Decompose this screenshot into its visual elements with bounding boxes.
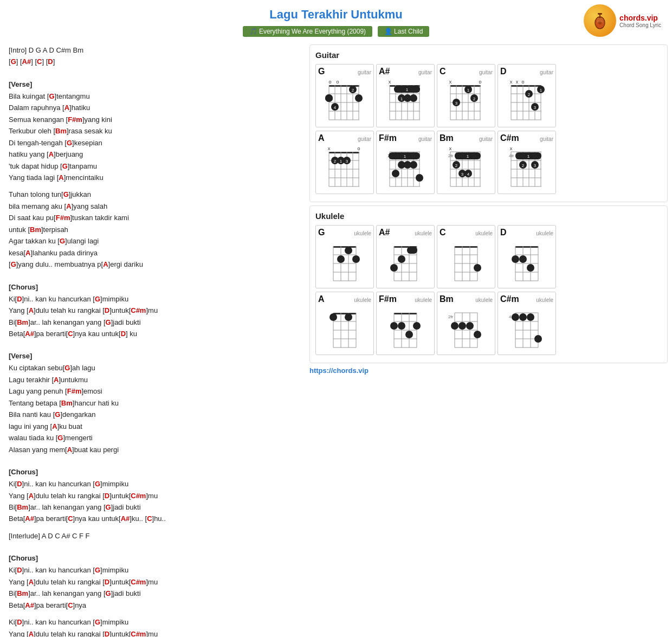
- D-link3[interactable]: D: [121, 330, 126, 338]
- G-link9[interactable]: G: [64, 364, 70, 372]
- C-link4[interactable]: C: [68, 601, 73, 609]
- A-link10[interactable]: A: [67, 446, 72, 454]
- svg-point-229: [390, 322, 398, 330]
- D-link2[interactable]: D: [105, 306, 109, 314]
- G-link10[interactable]: G: [55, 410, 60, 419]
- D-link[interactable]: D: [17, 295, 22, 303]
- lyrics-column: [Intro] D G A D C#m Bm [G] [A#] [C] [D] …: [4, 44, 305, 637]
- A-link13[interactable]: A: [29, 630, 34, 637]
- guitar-chord-F#m: F#m guitar 2fr: [376, 131, 435, 194]
- album-badge[interactable]: 🎵 Everything We Are Everything (2009): [243, 26, 373, 37]
- A-link7[interactable]: A: [29, 306, 34, 314]
- A#-link4[interactable]: A#: [25, 601, 34, 609]
- chord-type-A#: guitar: [418, 69, 432, 75]
- C-link[interactable]: C: [68, 330, 73, 338]
- svg-point-243: [451, 322, 458, 330]
- F#m-link2[interactable]: F#m: [56, 214, 70, 222]
- A-link[interactable]: A: [64, 104, 69, 112]
- ukulele-row-2: A ukulele: [315, 292, 662, 355]
- svg-text:1: 1: [527, 154, 530, 159]
- chord-C-link[interactable]: C: [37, 57, 42, 66]
- G-link15[interactable]: G: [106, 589, 111, 597]
- A-link3[interactable]: A: [59, 173, 63, 182]
- svg-point-24: [355, 94, 363, 102]
- chord-name-G: G: [318, 67, 325, 76]
- G-link3[interactable]: G: [62, 162, 68, 170]
- chord-type-C-u: ukulele: [475, 230, 493, 236]
- Bm-link2[interactable]: Bm: [30, 226, 41, 234]
- chord-A#-link[interactable]: A#: [22, 57, 31, 66]
- C-link2[interactable]: C: [68, 514, 73, 523]
- svg-point-246: [474, 331, 481, 338]
- logo-brand: chords.vip: [619, 14, 661, 22]
- ukulele-chord-C: C ukulele: [437, 225, 495, 288]
- G-link12[interactable]: G: [95, 480, 100, 488]
- A#-link2[interactable]: A#: [25, 514, 34, 523]
- artist-badge[interactable]: 👤 Last Child: [378, 26, 430, 37]
- chord-type-G: guitar: [358, 69, 371, 75]
- G-link13[interactable]: G: [106, 503, 111, 511]
- G-link14[interactable]: G: [95, 566, 100, 574]
- chord-name-Bm-u: Bm: [440, 294, 454, 304]
- D-link7[interactable]: D: [105, 578, 109, 586]
- A-link9[interactable]: A: [52, 422, 57, 430]
- svg-rect-2: [598, 13, 602, 15]
- ukulele-chord-A: A ukulele: [315, 292, 374, 355]
- chord-D-link[interactable]: D: [48, 57, 53, 66]
- svg-text:2: 2: [473, 96, 476, 101]
- A-link5[interactable]: A: [25, 249, 30, 257]
- D-link9[interactable]: D: [105, 630, 109, 637]
- chord-name-A-g: A: [318, 133, 325, 143]
- chord-panel-website-link[interactable]: https://chords.vip: [309, 366, 668, 375]
- Bm-link5[interactable]: Bm: [17, 503, 28, 511]
- A-link4[interactable]: A: [66, 202, 71, 210]
- verse2-line2: Lagu terakhir [A]untukmu: [9, 374, 301, 385]
- guitar-Bm-diagram: 2fr x 1: [440, 144, 492, 190]
- A-link6[interactable]: A: [103, 260, 108, 268]
- G-link4[interactable]: G: [63, 190, 69, 198]
- G-link5[interactable]: G: [60, 237, 65, 245]
- A-link8[interactable]: A: [54, 376, 59, 384]
- A#-link3[interactable]: A#: [121, 514, 130, 523]
- Bm-link3[interactable]: Bm: [17, 318, 28, 326]
- C#m-link3[interactable]: C#m: [131, 578, 146, 586]
- F#m-link3[interactable]: F#m: [67, 387, 82, 395]
- chord-G-link[interactable]: G: [11, 57, 16, 66]
- A-link2[interactable]: A: [49, 150, 54, 158]
- C#m-link[interactable]: C#m: [131, 306, 146, 314]
- D-link8[interactable]: D: [17, 618, 22, 626]
- C#m-link2[interactable]: C#m: [131, 492, 146, 500]
- A-link12[interactable]: A: [29, 578, 34, 586]
- G-link7[interactable]: G: [95, 295, 100, 303]
- G-link11[interactable]: G: [57, 434, 63, 442]
- svg-text:3: 3: [346, 159, 348, 164]
- G-link8[interactable]: G: [106, 318, 111, 326]
- F#m-link[interactable]: F#m: [68, 115, 82, 124]
- G-link2[interactable]: G: [67, 139, 72, 147]
- D-link4[interactable]: D: [17, 480, 22, 488]
- verse1-line1: Bila kuingat [G]tentangmu: [9, 91, 301, 102]
- Bm-link6[interactable]: Bm: [17, 589, 28, 597]
- Bm-link[interactable]: Bm: [55, 127, 67, 135]
- A-link11[interactable]: A: [29, 492, 34, 500]
- D-link6[interactable]: D: [17, 566, 22, 574]
- ukulele-G-diagram: [318, 239, 370, 284]
- chord-name-C#m-g: C#m: [500, 133, 519, 143]
- ukulele-title: Ukulele: [315, 211, 662, 221]
- C-link3[interactable]: C: [147, 514, 152, 523]
- G-link6[interactable]: G: [11, 260, 16, 268]
- D-link5[interactable]: D: [105, 492, 109, 500]
- G-link16[interactable]: G: [95, 618, 100, 626]
- C#m-link4[interactable]: C#m: [131, 630, 146, 637]
- svg-text:o: o: [336, 79, 339, 85]
- chorus1-line4: Beta[A#]pa berarti[C]nya kau untuk[D] ku: [9, 328, 301, 339]
- svg-text:x: x: [516, 79, 519, 85]
- chorus2-label: [Chorus]: [9, 466, 301, 478]
- svg-rect-68: [511, 85, 541, 87]
- svg-text:2: 2: [455, 163, 458, 168]
- Bm-link4[interactable]: Bm: [61, 399, 73, 407]
- G-link[interactable]: G: [49, 92, 54, 100]
- verse1-line4: Terkubur oleh [Bm]rasa sesak ku: [9, 125, 301, 137]
- A#-link[interactable]: A#: [25, 330, 34, 338]
- svg-text:2fr: 2fr: [448, 153, 454, 158]
